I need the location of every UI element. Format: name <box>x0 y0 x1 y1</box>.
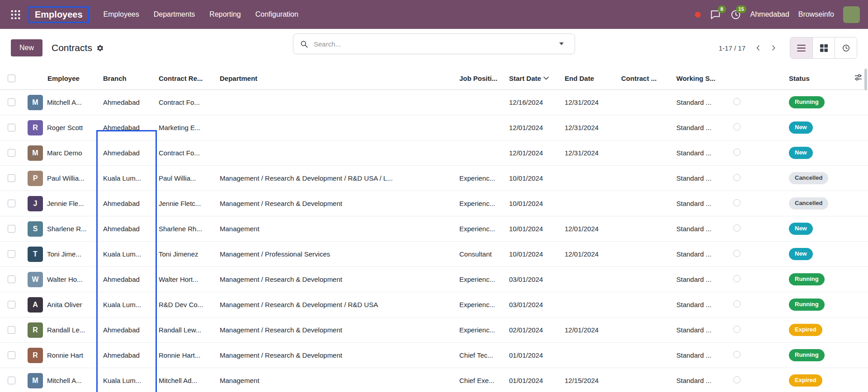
employee-name: Jennie Fle... <box>47 200 84 207</box>
table-row[interactable]: S Sharlene R... Ahmedabad Sharlene Rh...… <box>0 216 868 242</box>
table-row[interactable]: M Mitchell A... Kuala Lum... Mitchell Ad… <box>0 368 868 392</box>
table-row[interactable]: M Marc Demo Ahmedabad Contract Fo... 12/… <box>0 140 868 166</box>
activity-circle[interactable] <box>733 376 741 383</box>
avatar: P <box>28 171 43 186</box>
job-position-cell: Experienc... <box>459 174 509 182</box>
column-header-contract-type[interactable]: Contract ... <box>621 75 676 82</box>
row-checkbox[interactable] <box>8 124 15 131</box>
activity-circle[interactable] <box>733 326 741 333</box>
navbar-menu-item[interactable]: Reporting <box>209 10 241 19</box>
column-header-employee[interactable]: Employee <box>23 75 103 82</box>
avatar: M <box>28 95 43 110</box>
navbar-menu-item[interactable]: Employees <box>104 10 139 19</box>
navbar-right: 8 15 Ahmedabad Browseinfo <box>695 6 860 23</box>
scrollbar[interactable] <box>864 69 867 90</box>
column-header-end-date[interactable]: End Date <box>565 75 621 82</box>
column-header-start-date[interactable]: Start Date <box>509 75 565 82</box>
company-name[interactable]: Ahmedabad <box>750 10 789 19</box>
avatar: R <box>28 322 43 338</box>
row-checkbox[interactable] <box>8 326 15 334</box>
job-position-cell: Consultant <box>459 250 509 258</box>
branch-cell: Ahmedabad <box>103 149 159 157</box>
table-row[interactable]: M Mitchell A... Ahmedabad Contract Fo...… <box>0 90 868 115</box>
table-row[interactable]: A Anita Oliver Kuala Lum... R&D Dev Co..… <box>0 292 868 317</box>
activity-circle[interactable] <box>733 174 741 181</box>
activity-circle[interactable] <box>733 275 741 282</box>
row-checkbox[interactable] <box>8 225 15 233</box>
status-badge: Expired <box>789 324 822 336</box>
select-all-checkbox[interactable] <box>8 75 15 82</box>
optional-columns-button[interactable] <box>854 73 863 83</box>
actions-gear-button[interactable] <box>96 44 104 52</box>
working-schedule-cell: Standard ... <box>676 275 723 283</box>
app-name[interactable]: Employees <box>35 9 83 19</box>
end-date-cell: 12/31/2024 <box>565 98 621 106</box>
row-checkbox[interactable] <box>8 98 15 106</box>
new-button[interactable]: New <box>11 39 42 56</box>
column-header-branch[interactable]: Branch <box>103 75 159 82</box>
table-row[interactable]: T Toni Jime... Kuala Lum... Toni Jimenez… <box>0 242 868 267</box>
status-badge: Running <box>789 273 825 285</box>
branch-cell: Ahmedabad <box>103 98 159 106</box>
apps-grid-icon <box>10 9 21 20</box>
activity-circle[interactable] <box>733 149 741 156</box>
status-badge: New <box>789 121 813 133</box>
apps-menu-button[interactable] <box>8 7 23 22</box>
navbar-menu-item[interactable]: Departments <box>154 10 195 19</box>
activity-circle[interactable] <box>733 123 741 131</box>
contract-reference-cell: Contract Fo... <box>159 98 220 106</box>
table-row[interactable]: R Roger Scott Ahmedabad Marketing E... 1… <box>0 115 868 140</box>
pager-value: 1-17 / 17 <box>719 44 745 52</box>
employee-name: Toni Jime... <box>47 250 81 258</box>
user-avatar[interactable] <box>843 6 860 23</box>
column-header-department[interactable]: Department <box>220 75 459 82</box>
activity-view-icon <box>842 44 850 52</box>
activity-circle[interactable] <box>733 199 741 206</box>
activity-circle[interactable] <box>733 300 741 308</box>
table-row[interactable]: W Walter Ho... Ahmedabad Walter Hort... … <box>0 267 868 292</box>
activity-circle[interactable] <box>733 224 741 232</box>
row-checkbox[interactable] <box>8 174 15 182</box>
search-dropdown-toggle[interactable] <box>555 34 568 54</box>
list-header: Employee Branch Contract Re... Departmen… <box>0 67 868 90</box>
working-schedule-cell: Standard ... <box>676 200 723 207</box>
kanban-view-icon <box>820 44 828 52</box>
sliders-icon <box>854 73 863 82</box>
pager-previous-button[interactable] <box>751 41 765 55</box>
activity-circle[interactable] <box>733 351 741 358</box>
user-name[interactable]: Browseinfo <box>798 10 834 19</box>
pager-next-button[interactable] <box>766 41 781 55</box>
column-header-contract-reference[interactable]: Contract Re... <box>159 75 220 82</box>
activity-circle[interactable] <box>733 250 741 257</box>
table-row[interactable]: J Jennie Fle... Ahmedabad Jennie Fletc..… <box>0 191 868 216</box>
status-badge: New <box>789 147 813 159</box>
row-checkbox[interactable] <box>8 351 15 359</box>
department-cell: Management / Research & Development / R&… <box>220 301 459 308</box>
column-header-job-position[interactable]: Job Positi... <box>459 75 509 82</box>
table-row[interactable]: R Ronnie Hart Ahmedabad Ronnie Hart... M… <box>0 343 868 368</box>
row-checkbox[interactable] <box>8 149 15 157</box>
row-checkbox[interactable] <box>8 377 15 384</box>
column-header-status[interactable]: Status <box>769 75 849 82</box>
employee-name: Mitchell A... <box>47 377 82 384</box>
row-checkbox[interactable] <box>8 200 15 207</box>
messages-button[interactable]: 8 <box>710 9 721 20</box>
department-cell: Management / Research & Development <box>220 351 459 359</box>
activity-circle[interactable] <box>733 98 741 105</box>
start-date-cell: 10/01/2024 <box>509 174 565 182</box>
row-checkbox[interactable] <box>8 275 15 283</box>
table-row[interactable]: R Randall Le... Ahmedabad Randall Lew...… <box>0 317 868 343</box>
search-input[interactable] <box>313 40 555 48</box>
activity-view-button[interactable] <box>835 37 857 58</box>
column-header-working-schedule[interactable]: Working S... <box>676 75 723 82</box>
kanban-view-button[interactable] <box>812 37 835 58</box>
navbar-menu-item[interactable]: Configuration <box>255 10 298 19</box>
list-view-button[interactable] <box>790 37 812 58</box>
activities-button[interactable]: 15 <box>730 9 741 20</box>
working-schedule-cell: Standard ... <box>676 124 723 131</box>
branch-cell: Kuala Lum... <box>103 250 159 258</box>
working-schedule-cell: Standard ... <box>676 351 723 359</box>
row-checkbox[interactable] <box>8 301 15 308</box>
table-row[interactable]: P Paul Willia... Kuala Lum... Paul Willi… <box>0 166 868 191</box>
row-checkbox[interactable] <box>8 250 15 258</box>
